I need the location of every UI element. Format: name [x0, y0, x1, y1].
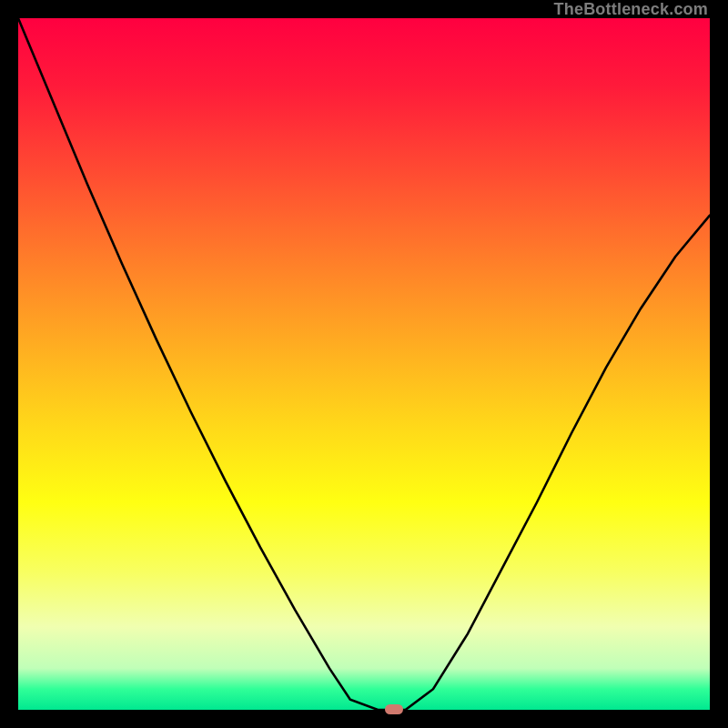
bottleneck-curve: [18, 18, 710, 710]
minimum-marker: [385, 704, 403, 714]
chart-overlay: [18, 18, 710, 710]
chart-canvas: TheBottleneck.com: [0, 0, 728, 728]
attribution-text: TheBottleneck.com: [554, 0, 708, 19]
